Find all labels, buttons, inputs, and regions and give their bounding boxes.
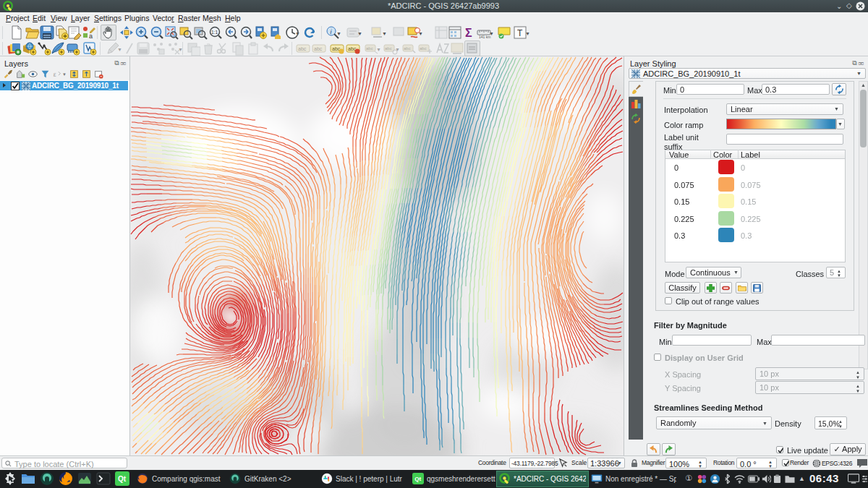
svg-text:a: a: [89, 33, 93, 40]
svg-text:1:1: 1:1: [211, 30, 218, 35]
svg-text:abc: abc: [366, 46, 373, 51]
svg-text:abc: abc: [298, 46, 307, 51]
svg-text:ε: ε: [54, 71, 56, 78]
svg-text:Qt: Qt: [118, 475, 127, 483]
svg-text:abc: abc: [314, 46, 323, 51]
svg-text:abc: abc: [420, 46, 427, 51]
svg-text:Σ: Σ: [465, 27, 472, 39]
svg-text:abc: abc: [385, 46, 392, 51]
svg-text:T: T: [517, 28, 523, 38]
svg-text:Qt: Qt: [414, 476, 421, 482]
svg-text:abc: abc: [404, 46, 411, 51]
